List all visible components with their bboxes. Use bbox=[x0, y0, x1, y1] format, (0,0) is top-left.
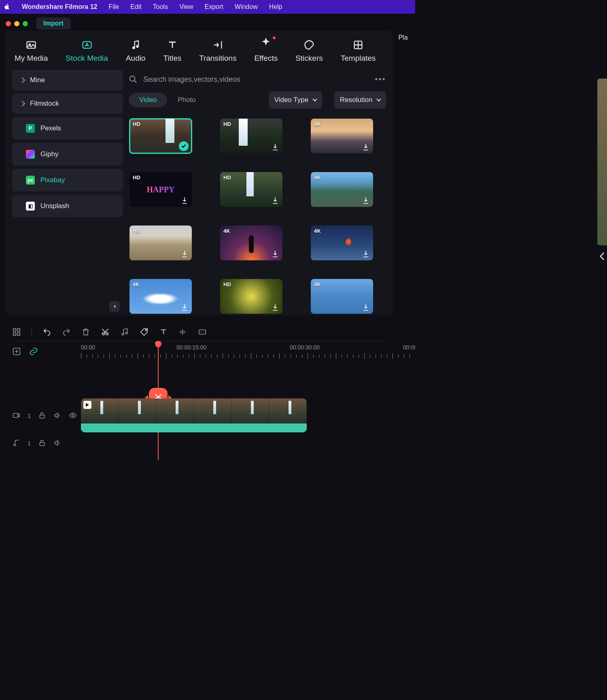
lock-icon[interactable] bbox=[38, 411, 46, 419]
pixabay-icon: px bbox=[26, 176, 35, 185]
download-icon[interactable] bbox=[271, 250, 279, 258]
cut-icon[interactable] bbox=[101, 328, 110, 336]
chevron-left-icon bbox=[112, 304, 117, 309]
svg-point-5 bbox=[136, 45, 139, 48]
tab-audio[interactable]: Audio bbox=[126, 39, 146, 63]
menu-view[interactable]: View bbox=[179, 3, 193, 11]
menu-window[interactable]: Window bbox=[235, 3, 258, 11]
media-thumbnail[interactable]: HD bbox=[129, 226, 192, 260]
add-track-icon[interactable] bbox=[12, 347, 21, 356]
tab-effects[interactable]: Effects bbox=[254, 37, 278, 63]
svg-rect-25 bbox=[40, 443, 45, 446]
media-thumbnail[interactable]: HD bbox=[220, 119, 282, 153]
import-button[interactable]: Import bbox=[36, 17, 71, 30]
sidebar-item-filmstock[interactable]: Filmstock bbox=[12, 94, 123, 114]
download-icon[interactable] bbox=[180, 196, 189, 204]
media-thumbnail[interactable]: 4K bbox=[311, 226, 373, 260]
media-thumbnail[interactable]: HDHAPPY bbox=[129, 172, 192, 207]
link-icon[interactable] bbox=[29, 347, 38, 356]
resolution-badge: 4K bbox=[133, 281, 140, 287]
resolution-badge: 4K bbox=[314, 174, 321, 181]
sidebar-item-pixabay[interactable]: px Pixabay bbox=[12, 169, 123, 191]
tab-templates[interactable]: Templates bbox=[341, 39, 376, 63]
chevron-down-icon bbox=[312, 97, 317, 101]
sidebar-unsplash-label: Unsplash bbox=[40, 202, 69, 210]
media-thumbnail[interactable]: 4K bbox=[311, 279, 373, 314]
resolution-badge: HD bbox=[223, 174, 231, 181]
svg-rect-22 bbox=[40, 415, 45, 418]
stock-media-icon bbox=[81, 39, 93, 51]
timeline-ruler[interactable]: 00:0000:00:15:0000:00:30:0000:00: bbox=[81, 343, 386, 360]
download-icon[interactable] bbox=[362, 250, 370, 258]
tab-titles[interactable]: Titles bbox=[163, 39, 182, 63]
download-icon[interactable] bbox=[362, 196, 370, 204]
download-icon[interactable] bbox=[180, 303, 189, 311]
more-options-button[interactable]: ••• bbox=[375, 75, 386, 84]
waveform-icon[interactable] bbox=[178, 328, 187, 336]
window-titlebar: Import bbox=[0, 16, 415, 31]
lock-icon[interactable] bbox=[38, 439, 46, 447]
delete-icon[interactable] bbox=[81, 328, 90, 336]
resolution-badge: 4K bbox=[314, 121, 321, 127]
media-thumbnail[interactable]: 4K bbox=[311, 119, 373, 153]
tab-effects-label: Effects bbox=[254, 54, 278, 63]
sidebar-item-giphy[interactable]: Giphy bbox=[12, 143, 123, 166]
minimize-window-button[interactable] bbox=[14, 21, 19, 26]
search-input[interactable] bbox=[142, 75, 370, 84]
fullscreen-window-button[interactable] bbox=[23, 21, 28, 26]
titles-icon bbox=[167, 39, 178, 51]
menu-help[interactable]: Help bbox=[269, 3, 282, 11]
speaker-icon[interactable] bbox=[53, 439, 62, 447]
sidebar-item-pexels[interactable]: P Pexels bbox=[12, 117, 123, 140]
svg-point-14 bbox=[122, 333, 124, 335]
media-thumbnail[interactable]: HD bbox=[129, 119, 192, 153]
media-thumbnail[interactable]: 4K bbox=[311, 172, 373, 207]
download-icon[interactable] bbox=[271, 143, 279, 151]
menu-file[interactable]: File bbox=[108, 3, 119, 11]
sidebar-giphy-label: Giphy bbox=[40, 150, 58, 158]
download-icon[interactable] bbox=[180, 250, 189, 258]
right-panel-label: Pla bbox=[398, 34, 407, 41]
media-thumbnail[interactable]: HD bbox=[220, 279, 282, 314]
apple-logo-icon bbox=[4, 3, 11, 11]
tag-icon[interactable] bbox=[140, 328, 149, 336]
svg-rect-11 bbox=[17, 332, 20, 335]
caption-icon[interactable] bbox=[198, 328, 207, 336]
tab-stickers[interactable]: Stickers bbox=[295, 39, 323, 63]
svg-rect-9 bbox=[17, 328, 20, 331]
download-icon[interactable] bbox=[362, 303, 370, 311]
filter-photo-pill[interactable]: Photo bbox=[167, 93, 206, 107]
tab-my-media[interactable]: My Media bbox=[15, 39, 48, 63]
download-icon[interactable] bbox=[271, 196, 279, 204]
download-icon[interactable] bbox=[362, 143, 370, 151]
tab-stock-media[interactable]: Stock Media bbox=[66, 39, 108, 63]
media-thumbnail[interactable]: 4K bbox=[220, 226, 282, 260]
apps-icon[interactable] bbox=[12, 328, 21, 336]
svg-point-7 bbox=[130, 76, 135, 81]
undo-icon[interactable] bbox=[42, 328, 51, 336]
sidebar-item-unsplash[interactable]: ◧ Unsplash bbox=[12, 195, 123, 217]
download-icon[interactable] bbox=[271, 303, 279, 311]
sidebar-collapse-button[interactable] bbox=[109, 301, 120, 312]
close-window-button[interactable] bbox=[6, 21, 11, 26]
top-tabs: My Media Stock Media Audio Titles bbox=[12, 36, 386, 70]
redo-icon[interactable] bbox=[62, 328, 71, 336]
audio-track: 1 bbox=[12, 433, 386, 453]
text-icon[interactable] bbox=[159, 328, 168, 336]
svg-point-16 bbox=[145, 330, 146, 331]
resolution-select[interactable]: Resolution bbox=[334, 91, 386, 109]
menu-export[interactable]: Export bbox=[205, 3, 223, 11]
music-note-icon[interactable] bbox=[120, 328, 129, 336]
speaker-icon[interactable] bbox=[53, 411, 62, 419]
eye-icon[interactable] bbox=[69, 411, 77, 419]
app-name[interactable]: Wondershare Filmora 12 bbox=[22, 3, 97, 11]
video-type-select[interactable]: Video Type bbox=[269, 91, 322, 109]
media-thumbnail[interactable]: HD bbox=[220, 172, 282, 207]
tab-transitions[interactable]: Transitions bbox=[199, 39, 236, 63]
media-thumbnail[interactable]: 4K bbox=[129, 279, 192, 314]
sidebar-pexels-label: Pexels bbox=[40, 124, 61, 132]
sidebar-item-mine[interactable]: Mine bbox=[12, 70, 123, 90]
menu-edit[interactable]: Edit bbox=[130, 3, 142, 11]
filter-video-pill[interactable]: Video bbox=[129, 93, 167, 107]
menu-tools[interactable]: Tools bbox=[153, 3, 168, 11]
